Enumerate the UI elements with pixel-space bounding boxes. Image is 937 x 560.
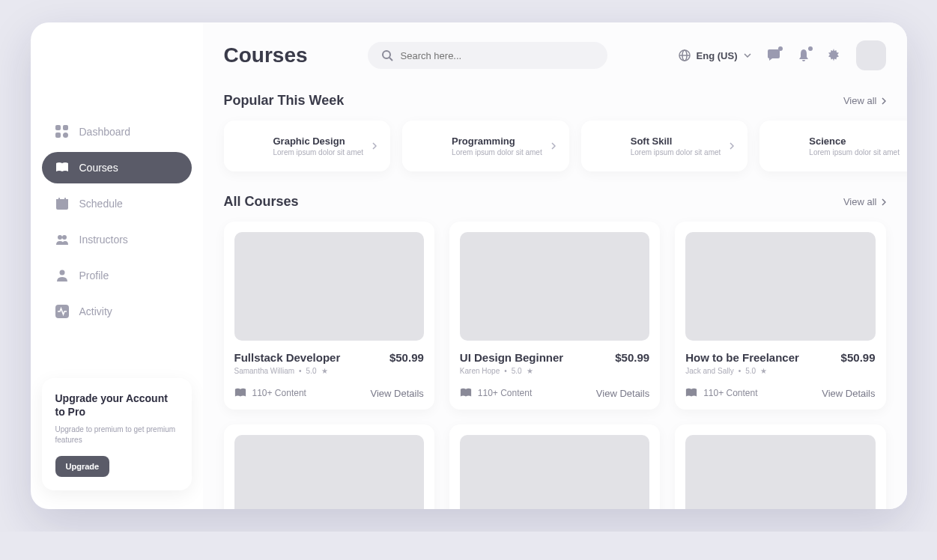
popular-heading: Popular This Week	[224, 93, 345, 109]
svg-rect-1	[63, 125, 68, 130]
popular-card[interactable]: Soft Skill Lorem ipsum dolor sit amet	[581, 121, 748, 171]
view-details-link[interactable]: View Details	[596, 388, 649, 399]
sidebar-item-label: Profile	[79, 270, 109, 281]
course-meta: Karen Hope • 5.0 ★	[460, 367, 649, 375]
course-price: $50.99	[615, 351, 649, 364]
course-rating: 5.0	[306, 367, 317, 375]
upgrade-title: Upgrade your Account to Pro	[55, 392, 178, 419]
sidebar-item-label: Courses	[79, 162, 118, 174]
sidebar-item-instructors[interactable]: Instructors	[42, 224, 192, 255]
popular-title: Soft Skill	[631, 136, 721, 147]
search-box[interactable]	[368, 42, 607, 69]
book-icon	[55, 161, 69, 174]
language-label: Eng (US)	[697, 50, 738, 61]
svg-point-12	[383, 51, 390, 58]
course-author: Samantha William	[234, 367, 295, 375]
notification-dot	[778, 46, 783, 51]
svg-rect-2	[55, 133, 61, 138]
course-card	[224, 424, 434, 509]
sidebar-item-activity[interactable]: Activity	[42, 296, 192, 327]
all-courses-view-all[interactable]: View all	[843, 196, 886, 207]
course-author: Jack and Sally	[685, 367, 733, 375]
course-rating: 5.0	[512, 367, 522, 375]
topbar: Courses Eng (US)	[224, 40, 886, 70]
sidebar-item-dashboard[interactable]: Dashboard	[42, 116, 192, 147]
sidebar-item-schedule[interactable]: Schedule	[42, 188, 192, 219]
popular-card[interactable]: Science Lorem ipsum dolor sit amet	[759, 121, 906, 171]
popular-card[interactable]: Graphic Design Lorem ipsum dolor sit ame…	[224, 121, 391, 171]
chevron-right-icon	[882, 97, 886, 105]
svg-point-10	[59, 270, 64, 276]
chevron-right-icon	[730, 142, 734, 150]
star-icon: ★	[321, 367, 328, 375]
user-icon	[55, 269, 69, 282]
popular-thumbnail	[595, 133, 622, 159]
popular-subtitle: Lorem ipsum dolor sit amet	[452, 148, 542, 156]
book-icon	[234, 387, 246, 399]
sidebar-item-label: Activity	[79, 305, 112, 317]
svg-point-8	[58, 235, 62, 240]
view-details-link[interactable]: View Details	[371, 388, 424, 399]
upgrade-subtitle: Upgrade to premium to get premium featur…	[55, 424, 178, 445]
upgrade-card: Upgrade your Account to Pro Upgrade to p…	[42, 378, 192, 490]
svg-point-3	[63, 133, 68, 138]
popular-title: Programming	[452, 136, 542, 147]
sidebar-nav: Dashboard Courses Schedule Instructors P…	[42, 116, 192, 327]
svg-rect-0	[55, 125, 61, 130]
course-card: How to be Freelancer $50.99 Jack and Sal…	[675, 222, 885, 410]
course-image	[234, 232, 424, 341]
view-details-link[interactable]: View Details	[822, 388, 875, 399]
course-content-count: 110+ Content	[685, 387, 757, 399]
popular-card[interactable]: Programming Lorem ipsum dolor sit amet	[402, 121, 569, 171]
course-grid: Fullstack Developer $50.99 Samantha Will…	[224, 222, 886, 509]
svg-rect-7	[64, 198, 66, 201]
calendar-icon	[55, 197, 69, 210]
chevron-right-icon	[372, 142, 377, 150]
course-card	[675, 424, 885, 509]
course-author: Karen Hope	[460, 367, 500, 375]
chat-button[interactable]	[766, 48, 781, 63]
notification-dot	[808, 46, 813, 51]
bell-button[interactable]	[796, 48, 811, 63]
sidebar-item-label: Dashboard	[79, 126, 131, 138]
svg-point-9	[62, 235, 67, 240]
upgrade-button[interactable]: Upgrade	[55, 456, 110, 477]
course-content-count: 110+ Content	[234, 387, 306, 399]
star-icon: ★	[760, 367, 767, 375]
search-icon	[381, 49, 393, 61]
course-card: UI Design Beginner $50.99 Karen Hope • 5…	[449, 222, 660, 410]
course-image	[460, 435, 649, 509]
course-price: $50.99	[841, 351, 876, 364]
course-card: Fullstack Developer $50.99 Samantha Will…	[224, 222, 434, 410]
sidebar-item-courses[interactable]: Courses	[42, 152, 192, 183]
course-title: How to be Freelancer	[685, 351, 799, 364]
avatar[interactable]	[856, 40, 886, 70]
popular-subtitle: Lorem ipsum dolor sit amet	[809, 148, 900, 156]
globe-icon	[679, 49, 691, 61]
search-input[interactable]	[401, 50, 594, 61]
all-courses-heading: All Courses	[224, 194, 299, 210]
course-title: Fullstack Developer	[234, 351, 341, 364]
star-icon: ★	[527, 367, 533, 375]
main-content: Courses Eng (US)	[203, 22, 907, 509]
chevron-down-icon	[744, 53, 751, 58]
sidebar-item-label: Instructors	[79, 234, 128, 246]
page-title: Courses	[224, 43, 308, 67]
activity-icon	[55, 305, 69, 318]
all-courses-section-header: All Courses View all	[224, 194, 886, 210]
svg-line-13	[389, 58, 392, 61]
course-card	[449, 424, 660, 509]
svg-rect-6	[58, 198, 60, 201]
chevron-right-icon	[551, 142, 556, 150]
sidebar: Dashboard Courses Schedule Instructors P…	[31, 22, 203, 509]
popular-view-all[interactable]: View all	[843, 95, 886, 106]
course-meta: Samantha William • 5.0 ★	[234, 367, 424, 375]
sidebar-item-profile[interactable]: Profile	[42, 260, 192, 291]
popular-thumbnail	[773, 133, 800, 159]
language-selector[interactable]: Eng (US)	[679, 49, 751, 61]
svg-rect-5	[56, 199, 68, 202]
book-icon	[460, 387, 472, 399]
course-title: UI Design Beginner	[460, 351, 563, 364]
course-image	[460, 232, 649, 341]
settings-button[interactable]	[826, 48, 841, 63]
